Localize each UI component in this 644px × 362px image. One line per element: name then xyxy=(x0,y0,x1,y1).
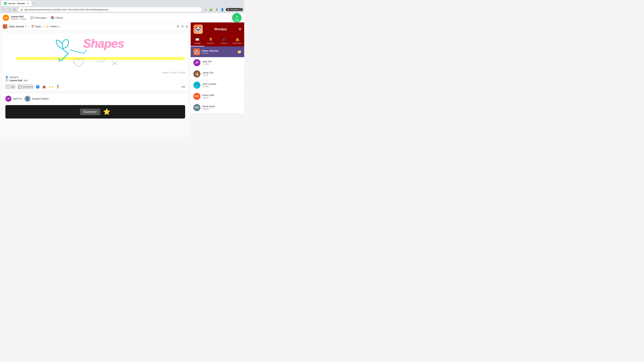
app-container: LD Lauren Deli Teacher - 1 Class 💬 Messa… xyxy=(0,13,244,137)
folder-count: 1 xyxy=(52,86,53,88)
post-timestamp: March 5, 2024 7:42 PM xyxy=(3,70,188,75)
library-icon: 📚 xyxy=(51,16,54,19)
student-posts-karen-dale: 5 posts xyxy=(202,96,214,99)
calendar-icon: 📅 xyxy=(31,25,34,28)
student-list-item-jamie-cris[interactable]: 🐴 Jamie Cris 1 post xyxy=(191,68,244,80)
drawing-canvas: Shapes xyxy=(3,33,188,70)
messages-link[interactable]: 💬 Messages xyxy=(30,16,46,19)
teacher-badge: T xyxy=(36,85,40,89)
student-list-info-jack-pot: Jack Pot 7 posts xyxy=(202,60,212,65)
more-button[interactable]: ••• xyxy=(182,85,185,89)
reload-button[interactable]: ↻ xyxy=(12,7,17,12)
progress-nav-icon: 🎓 xyxy=(222,37,226,41)
student-item-2: 👤 Sample Student xyxy=(24,96,49,102)
progress-nav-label: Progress xyxy=(220,42,228,44)
filter-button[interactable]: ⚙ xyxy=(176,25,179,28)
incognito-badge: 🕵 Incognito (2) xyxy=(226,8,243,11)
comment-button[interactable]: 💬 Comment xyxy=(18,85,33,89)
student-name-jack-pot: Jack Pot xyxy=(202,60,212,63)
svg-text:📓: 📓 xyxy=(3,25,7,28)
student-2-person-icon: 👤 xyxy=(25,97,30,101)
student-list-item-karen-dale[interactable]: KD Karen Dale 5 posts xyxy=(191,91,244,102)
summer-card: Summer ⭐ xyxy=(5,105,185,118)
svg-text:🐼: 🐼 xyxy=(194,50,199,54)
student-2-name: Sample Student xyxy=(32,97,49,100)
student-list-item-mordi-seem[interactable]: MS Mordi Seem 5 posts xyxy=(191,102,244,113)
messages-label: Messages xyxy=(35,16,46,19)
add-label: Add xyxy=(235,19,238,21)
main-content: 📓 Class Journal ▾ ‹ 📅 Dates › 📁 Folders … xyxy=(0,22,190,137)
student-1-initials: JP xyxy=(7,97,10,100)
activities-nav-icon: 💡 xyxy=(209,37,213,41)
folders-button[interactable]: 📁 Folders ▾ xyxy=(46,25,60,28)
student-posts-jack-pot: 7 posts xyxy=(202,63,212,65)
toolbar-right: ⚙ ☰ ⊞ xyxy=(176,25,188,28)
new-tab-button[interactable]: + xyxy=(32,1,36,6)
nav-left-button[interactable]: ‹ xyxy=(28,25,29,28)
sidebar-cj-avatar: 🐼 xyxy=(193,48,200,55)
folders-dropdown-arrow[interactable]: ▾ xyxy=(59,25,60,28)
class-journal-selector[interactable]: 📓 Class Journal ▾ xyxy=(3,24,26,29)
user-initials: LD xyxy=(4,16,8,19)
bookmark-button[interactable]: ☆ xyxy=(203,7,208,12)
student-name-mordi-seem: Mordi Seem xyxy=(202,105,215,108)
student-list-info-jamie-cris: Jamie Cris 1 post xyxy=(202,71,214,76)
cyan-drawing-svg xyxy=(3,33,188,70)
sidebar-nav: 📖 Journal 💡 Activities 🎓 Progress 🔔 Noti… xyxy=(191,36,244,46)
like-button[interactable]: 🤍 Like xyxy=(5,85,15,89)
class-journal-dropdown-arrow[interactable]: ▾ xyxy=(25,25,26,28)
messages-icon: 💬 xyxy=(30,16,34,19)
student-list-info-john-louises: John Louises 6 posts xyxy=(202,83,216,88)
student-avatar-jamie-cris: 🐴 xyxy=(193,70,200,77)
student-list-item-john-louises[interactable]: 🐟 John Louises 6 posts xyxy=(191,80,244,91)
nav-controls: ← → ↻ xyxy=(1,7,17,12)
class-journal-icon: 📓 xyxy=(3,24,8,29)
student-list-item-jack-pot[interactable]: JP Jack Pot 7 posts xyxy=(191,57,244,68)
student-list-info-karen-dale: Karen Dale 5 posts xyxy=(202,94,214,99)
highlights-row: 👤 Highlights xyxy=(5,76,185,78)
back-button[interactable]: ← xyxy=(1,7,6,12)
class-journal-name: Class Journal xyxy=(9,25,24,28)
add-button[interactable]: + Add xyxy=(232,13,242,22)
comment-row: 💬 Lauren Deli asd xyxy=(5,79,185,82)
user-role: Teacher - 1 Class xyxy=(11,18,26,20)
library-label: Library xyxy=(55,16,63,19)
address-bar[interactable]: 🔒 app.seesaw.me/#/class/class.e01bf4c2-9… xyxy=(18,7,202,12)
student-1-name: Jack Pot xyxy=(13,97,22,100)
tab-close-button[interactable]: ✕ xyxy=(27,2,29,5)
student-avatar-mordi-seem: MS xyxy=(193,104,200,111)
browser-actions: ☆ 🧩 ⬇ 👤 🕵 Incognito (2) xyxy=(203,7,243,12)
extensions-button[interactable]: 🧩 xyxy=(209,7,213,12)
sidebar-nav-notifications[interactable]: 🔔 Notifications xyxy=(231,36,244,46)
content-area: 📓 Class Journal ▾ ‹ 📅 Dates › 📁 Folders … xyxy=(0,22,244,137)
journal-nav-icon: 📖 xyxy=(195,37,200,41)
forward-button[interactable]: → xyxy=(7,7,12,12)
nav-right-button[interactable]: › xyxy=(43,25,44,28)
student-avatar-jack-pot: JP xyxy=(193,59,200,66)
student-name-jamie-cris: Jamie Cris xyxy=(202,71,214,74)
browser-tab[interactable]: S Journal - Seesaw ✕ xyxy=(1,1,32,6)
grid-view-button[interactable]: ⊞ xyxy=(186,25,188,28)
feed: Shapes xyxy=(0,30,190,137)
profile-button[interactable]: 👤 xyxy=(220,7,225,12)
address-bar-row: ← → ↻ 🔒 app.seesaw.me/#/class/class.e01b… xyxy=(0,6,244,13)
user-name: Lauren Deli xyxy=(11,15,26,18)
right-sidebar: 🐼 Moodjoy ⚙ 📖 Journal 💡 Activities 🎓 Pro… xyxy=(190,22,244,137)
folder-badge: 📁 1 xyxy=(49,86,53,88)
list-view-button[interactable]: ☰ xyxy=(181,25,184,28)
sidebar-nav-activities[interactable]: 💡 Activities xyxy=(204,36,218,46)
download-button[interactable]: ⬇ xyxy=(214,7,219,12)
gear-icon[interactable]: ⚙ xyxy=(238,27,242,31)
sidebar-nav-journal[interactable]: 📖 Journal xyxy=(191,36,204,46)
post-card-2: JP Jack Pot 👤 Sample Student Summer xyxy=(3,94,188,118)
library-link[interactable]: 📚 Library xyxy=(51,16,63,19)
folder-action-icon: 📁 xyxy=(49,86,51,88)
sidebar-cj-info: Class Journal 9 posts xyxy=(202,49,236,54)
moodjoy-name: Moodjoy xyxy=(214,27,227,31)
student-item-1: JP Jack Pot xyxy=(5,96,22,102)
user-details: Lauren Deli Teacher - 1 Class xyxy=(11,15,26,20)
sidebar-class-journal-header[interactable]: 🐼 Class Journal 9 posts 📁 xyxy=(191,46,244,57)
student-posts-john-louises: 6 posts xyxy=(202,85,216,88)
sidebar-nav-progress[interactable]: 🎓 Progress xyxy=(218,36,231,46)
dates-button[interactable]: 📅 Dates xyxy=(31,25,41,28)
